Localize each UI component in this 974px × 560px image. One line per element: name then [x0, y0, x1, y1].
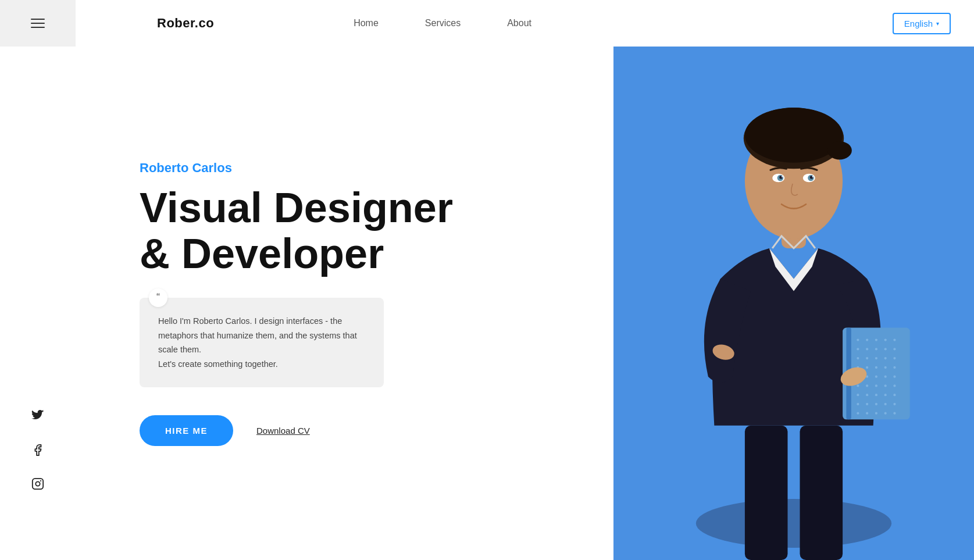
svg-point-18 [857, 357, 859, 359]
svg-point-48 [857, 412, 859, 415]
svg-point-39 [866, 394, 868, 396]
quote-box: “ Hello I'm Roberto Carlos. I design int… [140, 298, 384, 388]
nav-item-home[interactable]: Home [354, 18, 379, 28]
svg-point-36 [884, 384, 887, 387]
svg-point-45 [875, 403, 877, 405]
svg-rect-5 [800, 426, 843, 560]
download-cv-link[interactable]: Download CV [256, 426, 310, 436]
header: Rober.co Home Services About English ▾ [0, 0, 974, 47]
svg-point-30 [875, 376, 877, 378]
logo[interactable]: Rober.co [157, 16, 214, 31]
svg-point-44 [866, 403, 868, 405]
main-nav: Home Services About [354, 18, 531, 28]
svg-point-58 [827, 141, 852, 160]
svg-point-16 [884, 348, 887, 350]
svg-point-11 [884, 338, 887, 341]
svg-point-22 [893, 357, 895, 359]
svg-point-9 [866, 338, 868, 341]
header-right: English ▾ [893, 13, 951, 34]
svg-rect-0 [33, 479, 43, 489]
twitter-icon[interactable] [31, 410, 44, 423]
hire-me-button[interactable]: HIRE ME [140, 415, 233, 446]
svg-point-24 [866, 366, 868, 369]
svg-point-14 [866, 348, 868, 350]
svg-point-40 [875, 394, 877, 396]
svg-point-31 [884, 376, 887, 378]
chevron-down-icon: ▾ [936, 20, 939, 27]
svg-point-26 [884, 366, 887, 369]
svg-point-42 [893, 394, 895, 396]
svg-point-32 [893, 376, 895, 378]
header-left-panel [0, 0, 76, 47]
svg-rect-4 [745, 426, 788, 560]
quote-text: Hello I'm Roberto Carlos. I design inter… [158, 314, 365, 372]
svg-point-49 [866, 412, 868, 415]
svg-point-1 [35, 481, 40, 486]
svg-point-38 [857, 394, 859, 396]
main-content: Roberto Carlos Visual Designer & Develop… [0, 47, 974, 560]
svg-point-17 [893, 348, 895, 350]
svg-point-34 [866, 384, 868, 387]
svg-point-12 [893, 338, 895, 341]
social-sidebar [0, 47, 76, 560]
hero-section: Roberto Carlos Visual Designer & Develop… [76, 47, 552, 560]
instagram-icon[interactable] [31, 477, 44, 490]
svg-point-27 [893, 366, 895, 369]
svg-point-10 [875, 338, 877, 341]
svg-point-66 [812, 176, 814, 177]
svg-point-19 [866, 357, 868, 359]
svg-point-21 [884, 357, 887, 359]
hamburger-menu[interactable] [31, 19, 45, 28]
svg-point-13 [857, 348, 859, 350]
nav-item-about[interactable]: About [507, 18, 531, 28]
svg-point-15 [875, 348, 877, 350]
svg-point-51 [884, 412, 887, 415]
svg-point-43 [857, 403, 859, 405]
svg-point-57 [745, 108, 843, 163]
svg-point-65 [782, 176, 783, 177]
hero-image-panel [613, 47, 974, 560]
svg-point-41 [884, 394, 887, 396]
nav-item-services[interactable]: Services [425, 18, 461, 28]
svg-point-25 [875, 366, 877, 369]
svg-point-37 [893, 384, 895, 387]
svg-point-33 [857, 384, 859, 387]
hero-title: Visual Designer & Developer [140, 185, 518, 277]
hero-title-line1: Visual Designer [140, 184, 453, 231]
svg-point-3 [696, 499, 891, 548]
hero-subtitle: Roberto Carlos [140, 160, 518, 176]
facebook-icon[interactable] [31, 444, 44, 456]
person-illustration [613, 47, 974, 560]
svg-point-35 [875, 384, 877, 387]
svg-point-20 [875, 357, 877, 359]
language-selector[interactable]: English ▾ [893, 13, 951, 34]
svg-point-47 [893, 403, 895, 405]
svg-point-46 [884, 403, 887, 405]
hero-title-line2: & Developer [140, 230, 384, 277]
svg-point-50 [875, 412, 877, 415]
language-label: English [904, 19, 933, 28]
svg-point-8 [857, 338, 859, 341]
cta-row: HIRE ME Download CV [140, 415, 518, 446]
quote-mark-icon: “ [149, 288, 167, 307]
svg-point-52 [893, 412, 895, 415]
svg-point-2 [40, 480, 41, 481]
